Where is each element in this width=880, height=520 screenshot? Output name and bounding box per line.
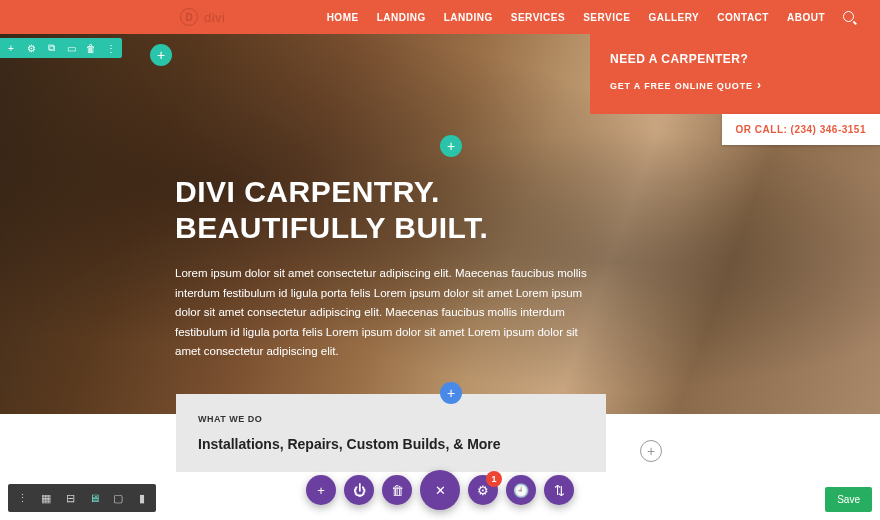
cta-panel: NEED A CARPENTER? GET A FREE ONLINE QUOT… [590, 34, 880, 114]
add-row-button-hero[interactable]: + [440, 135, 462, 157]
add-placeholder-button[interactable]: + [640, 440, 662, 462]
toolbar-power-button[interactable]: ⏻ [344, 475, 374, 505]
subsection-title: Installations, Repairs, Custom Builds, &… [198, 436, 584, 452]
wireframe-view-icon[interactable]: ▦ [35, 487, 57, 509]
nav-home[interactable]: HOME [327, 12, 359, 23]
logo-text: divi [204, 10, 226, 25]
zoom-out-icon[interactable]: ⊟ [59, 487, 81, 509]
gear-icon[interactable]: ⚙ [24, 41, 38, 55]
action-toolbar: + ⏻ 🗑 ✕ ⚙ 🕘 ⇅ [306, 470, 574, 510]
section-toolbar: + ⚙ ⧉ ▭ 🗑 ⋮ [0, 38, 122, 58]
nav-gallery[interactable]: GALLERY [648, 12, 699, 23]
tablet-view-icon[interactable]: ▢ [107, 487, 129, 509]
menu-icon[interactable]: ⋮ [11, 487, 33, 509]
header-bar: D divi HOME LANDING LANDING SERVICES SER… [0, 0, 880, 34]
subsection-kicker: WHAT WE DO [198, 414, 584, 424]
save-button[interactable]: Save [825, 487, 872, 512]
view-toolbar: ⋮ ▦ ⊟ 🖥 ▢ ▮ [8, 484, 156, 512]
toolbar-close-button[interactable]: ✕ [420, 470, 460, 510]
nav-contact[interactable]: CONTACT [717, 12, 769, 23]
toolbar-settings-button[interactable]: ⚙ [468, 475, 498, 505]
cta-title: NEED A CARPENTER? [610, 52, 860, 66]
subsection-card: WHAT WE DO Installations, Repairs, Custo… [176, 394, 606, 472]
add-module-button[interactable]: + [440, 382, 462, 404]
nav-service[interactable]: SERVICE [583, 12, 630, 23]
main-nav: HOME LANDING LANDING SERVICES SERVICE GA… [327, 11, 856, 24]
duplicate-icon[interactable]: ⧉ [44, 41, 58, 55]
hero-body: Lorem ipsum dolor sit amet consectetur a… [175, 264, 595, 362]
more-icon[interactable]: ⋮ [104, 41, 118, 55]
trash-icon[interactable]: 🗑 [84, 41, 98, 55]
hero-heading: DIVI CARPENTRY. BEAUTIFULLY BUILT. [175, 174, 600, 246]
toolbar-add-button[interactable]: + [306, 475, 336, 505]
search-icon[interactable] [843, 11, 856, 24]
add-icon[interactable]: + [4, 41, 18, 55]
toolbar-history-button[interactable]: 🕘 [506, 475, 536, 505]
nav-services[interactable]: SERVICES [511, 12, 565, 23]
columns-icon[interactable]: ▭ [64, 41, 78, 55]
nav-landing-1[interactable]: LANDING [377, 12, 426, 23]
toolbar-trash-button[interactable]: 🗑 [382, 475, 412, 505]
nav-landing-2[interactable]: LANDING [444, 12, 493, 23]
call-label[interactable]: OR CALL: (234) 346-3151 [722, 114, 880, 145]
nav-about[interactable]: ABOUT [787, 12, 825, 23]
cta-link[interactable]: GET A FREE ONLINE QUOTE [610, 78, 860, 92]
logo[interactable]: D divi [180, 8, 226, 26]
toolbar-sort-button[interactable]: ⇅ [544, 475, 574, 505]
desktop-view-icon[interactable]: 🖥 [83, 487, 105, 509]
add-section-button-top[interactable]: + [150, 44, 172, 66]
logo-icon: D [180, 8, 198, 26]
phone-view-icon[interactable]: ▮ [131, 487, 153, 509]
